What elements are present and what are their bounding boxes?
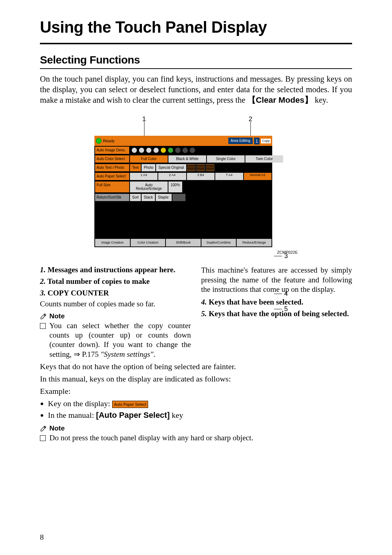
- original-orientation-icon[interactable]: [206, 164, 215, 171]
- checkbox-icon: [40, 323, 46, 329]
- density-dot-icon[interactable]: [139, 147, 144, 153]
- callout-2-line: [250, 122, 251, 136]
- intro-paragraph: On the touch panel display, you can find…: [40, 74, 352, 105]
- text-button[interactable]: Text: [130, 164, 141, 171]
- example-bullet-1: Key on the display: Auto Paper Select: [48, 399, 352, 408]
- legend-1-num: 1.: [40, 265, 46, 274]
- legend-4-text: Keys that have been selected.: [207, 298, 303, 306]
- tab-reduce-enlarge[interactable]: Reduce/Enlarge: [237, 239, 271, 246]
- paper-tray-2[interactable]: 2 A4: [158, 173, 186, 180]
- black-white-button[interactable]: Black & White: [168, 155, 206, 163]
- page-number: 8: [40, 533, 44, 542]
- callout-4: 4: [284, 290, 288, 298]
- original-orientation-icon[interactable]: [187, 164, 196, 171]
- page-title: Using the Touch Panel Display: [40, 18, 352, 36]
- section-rule: [40, 68, 352, 69]
- legend-3-sub: Counts number of copies made so far.: [40, 299, 191, 309]
- section-heading: Selecting Functions: [40, 54, 352, 66]
- example-bullet-2: In the manual: [Auto Paper Select] key: [48, 411, 352, 420]
- status-text: Ready: [103, 139, 115, 143]
- sort-button[interactable]: Sort: [130, 194, 141, 201]
- pencil-icon: [40, 313, 47, 320]
- auto-color-select-button[interactable]: Auto Color Select: [95, 155, 129, 163]
- full-color-button[interactable]: Full Color: [130, 155, 168, 163]
- bullet2-pre: In the manual:: [48, 411, 96, 420]
- note-1-italic: "System settings": [101, 350, 153, 359]
- tab-duplex-combine[interactable]: Duplex/Combine: [201, 239, 236, 246]
- checkbox-icon: [40, 435, 46, 441]
- density-dot-icon[interactable]: [189, 147, 195, 153]
- clear-modes-key: Clear Modes: [256, 95, 305, 105]
- legend-3-num: 3.: [40, 289, 46, 297]
- legend-1-text: Messages and instructions appear here.: [46, 265, 175, 274]
- legend-3-para: This machine's features are accessed by …: [201, 265, 352, 294]
- full-size-button[interactable]: Full Size: [95, 181, 129, 192]
- bullet2-keyname: [Auto Paper Select]: [96, 411, 170, 420]
- callout-1-line: [144, 122, 144, 136]
- paper-tray-normal[interactable]: Normal A3: [244, 173, 271, 180]
- bullet1-pre: Key on the display:: [48, 399, 112, 408]
- auto-paper-select-inline-key: Auto Paper Select: [112, 401, 148, 408]
- original-orientation-icon[interactable]: [196, 164, 205, 171]
- density-dot-icon[interactable]: [146, 147, 152, 153]
- auto-text-photo-button[interactable]: Auto Text / Photo: [95, 164, 129, 171]
- clear-modes-close: 】: [305, 95, 313, 105]
- callout-4-line: [274, 294, 282, 294]
- copy-count-display: 1: [254, 138, 260, 144]
- density-dot-icon[interactable]: [168, 147, 173, 153]
- arrow-icon: ⇒: [74, 350, 80, 358]
- staple-button[interactable]: Staple:: [156, 194, 171, 201]
- note-2: Do not press the touch panel display wit…: [40, 433, 352, 442]
- note-1-tail: .: [153, 350, 155, 359]
- legend-2: 2. Total number of copies to make: [40, 277, 191, 286]
- legend-3: 3. COPY COUNTER: [40, 289, 191, 298]
- finishing-label: Return/Sort/Stk: [95, 194, 129, 201]
- note-2-text: Do not press the touch panel display wit…: [49, 433, 352, 442]
- auto-reduce-enlarge-button[interactable]: Auto Reduce/Enlarge: [130, 181, 168, 192]
- callout-5-line: [274, 309, 282, 309]
- title-rule: [40, 43, 352, 44]
- legend-1: 1. Messages and instructions appear here…: [40, 265, 191, 275]
- paper-tray-1[interactable]: 1 A4: [130, 173, 158, 180]
- twin-color-button[interactable]: Twin Color: [245, 155, 283, 163]
- auto-image-density-button[interactable]: Auto Image Dens.: [95, 147, 129, 154]
- legend-3-text: COPY COUNTER: [46, 289, 109, 297]
- callout-5: 5: [284, 305, 288, 313]
- ratio-100-button[interactable]: 100%: [168, 181, 182, 192]
- density-dot-icon[interactable]: [153, 147, 159, 153]
- single-color-button[interactable]: Single Color: [207, 155, 245, 163]
- density-scale[interactable]: [130, 147, 195, 154]
- tab-image-creation[interactable]: Image Creation: [95, 239, 130, 246]
- area-editing-button[interactable]: Area Editing: [228, 138, 252, 144]
- note-1-ref: P.175: [80, 350, 101, 359]
- figure-id: ZCMP022E: [94, 250, 298, 254]
- copy-counter-badge: Copy: [261, 139, 271, 143]
- indicated-line: In this manual, keys on the display are …: [40, 374, 352, 384]
- note-heading-2: Note: [40, 424, 352, 432]
- density-dot-icon[interactable]: [160, 147, 166, 153]
- density-dot-icon[interactable]: [131, 147, 137, 153]
- stack-button[interactable]: Stack: [142, 194, 155, 201]
- paper-tray-3[interactable]: 3 B4: [187, 173, 215, 180]
- callout-3: 3: [284, 252, 288, 260]
- tab-shift-book[interactable]: Shift/Book: [166, 239, 201, 246]
- callout-3-line: [274, 256, 282, 256]
- note-label: Note: [49, 312, 65, 320]
- example-line: Example:: [40, 387, 352, 396]
- paper-tray-t[interactable]: T A4: [215, 173, 243, 180]
- legend-4-num: 4.: [201, 298, 207, 306]
- legend-2-num: 2.: [40, 277, 46, 286]
- photo-button[interactable]: Photo: [142, 164, 155, 171]
- copy-count-value: 1: [256, 139, 258, 143]
- intro-text-post: key.: [313, 95, 328, 105]
- density-dot-icon[interactable]: [182, 147, 188, 153]
- auto-paper-select-button[interactable]: Auto Paper Select: [95, 173, 129, 180]
- legend-5-num: 5.: [201, 309, 207, 318]
- clear-modes-open: 【: [248, 95, 256, 105]
- note-heading: Note: [40, 312, 191, 320]
- special-original-button[interactable]: Special Original: [156, 164, 186, 171]
- staple-icon[interactable]: [172, 194, 185, 201]
- note-label-2: Note: [49, 424, 65, 432]
- tab-color-creation[interactable]: Color Creation: [131, 239, 166, 246]
- density-dot-icon[interactable]: [175, 147, 181, 153]
